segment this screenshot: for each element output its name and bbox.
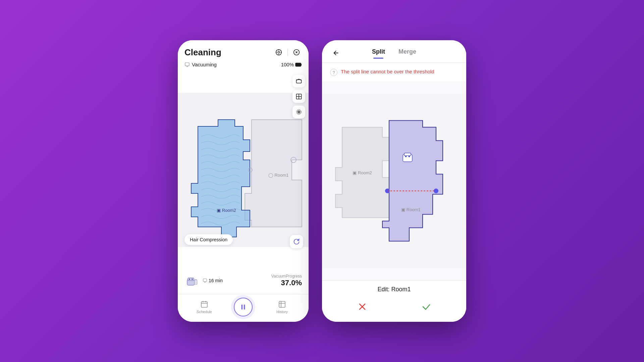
left-screen: Cleaning	[178, 40, 309, 322]
battery-percent: 100%	[281, 62, 294, 67]
confirm-button[interactable]	[418, 298, 435, 315]
sub-header: Vacuuming 100%	[178, 62, 309, 71]
svg-rect-28	[195, 280, 197, 285]
pause-button[interactable]	[234, 298, 253, 316]
hair-compression-badge: Hair Compression	[184, 234, 233, 245]
refresh-btn[interactable]	[290, 235, 303, 248]
right-map-container: ▣ Room2 ▣ Room1	[322, 81, 466, 280]
svg-point-27	[192, 279, 193, 280]
right-header: Split Merge	[322, 40, 466, 59]
tab-underline	[373, 58, 383, 59]
svg-rect-9	[185, 63, 189, 66]
svg-rect-37	[279, 301, 285, 307]
map-area: ▣ Room2 ◯ Room1	[178, 71, 309, 268]
header-divider	[287, 49, 288, 56]
map-toolbar	[292, 75, 305, 118]
robot-icon	[184, 273, 201, 289]
locate-btn[interactable]	[292, 106, 305, 118]
svg-rect-25	[188, 278, 194, 281]
svg-text:▣ Room2: ▣ Room2	[217, 208, 236, 213]
time-value: 16 min	[209, 278, 223, 283]
help-icon[interactable]: ?	[330, 69, 337, 76]
tab-split[interactable]: Split	[372, 48, 385, 58]
cancel-button[interactable]	[354, 298, 371, 315]
page-title: Cleaning	[184, 47, 221, 58]
svg-rect-29	[195, 279, 197, 280]
svg-text:▣ Room2: ▣ Room2	[353, 170, 372, 175]
battery-info: 100%	[281, 62, 302, 67]
right-phone: Split Merge ? The split line cannot be o…	[322, 40, 466, 322]
svg-point-23	[299, 112, 299, 112]
error-text: The split line cannot be over the thresh…	[341, 68, 434, 75]
vacuuming-label: Vacuuming	[184, 62, 217, 67]
svg-point-26	[189, 279, 190, 280]
stats-bar: 16 min VacuumProgress 37.0%	[178, 268, 309, 294]
left-header: Cleaning	[178, 40, 309, 62]
svg-rect-42	[404, 153, 411, 156]
stats-right: VacuumProgress 37.0%	[271, 274, 302, 287]
edit-area: Edit: Room1	[322, 280, 466, 322]
header-icons	[273, 47, 302, 58]
schedule-nav-item[interactable]: Schedule	[194, 300, 214, 314]
schedule-label: Schedule	[197, 310, 212, 314]
history-label: History	[276, 310, 288, 314]
svg-rect-30	[203, 279, 207, 282]
tab-merge-label: Merge	[398, 48, 416, 55]
progress-value: 37.0%	[271, 279, 302, 287]
right-map-svg: ▣ Room2 ▣ Room1	[322, 81, 466, 280]
progress-label: VacuumProgress	[271, 274, 302, 279]
svg-rect-36	[244, 305, 245, 310]
svg-point-44	[409, 156, 410, 157]
3d-view-btn[interactable]	[292, 75, 305, 87]
robot-icon-area: 16 min	[184, 273, 223, 289]
target-icon-btn[interactable]	[273, 47, 284, 58]
hair-compression-text: Hair Compression	[190, 237, 227, 242]
mode-text: Vacuuming	[192, 62, 217, 67]
history-nav-item[interactable]: History	[272, 300, 292, 314]
grid-view-btn[interactable]	[292, 90, 305, 103]
map-container: ▣ Room2 ◯ Room1	[178, 71, 309, 268]
bottom-nav: Schedule History	[178, 294, 309, 322]
action-buttons	[330, 298, 458, 315]
left-phone: Cleaning	[178, 40, 309, 322]
time-display: 16 min	[203, 278, 223, 283]
tab-merge[interactable]: Merge	[398, 48, 416, 58]
svg-text:◯ Room1: ◯ Room1	[268, 173, 289, 178]
close-icon-btn[interactable]	[291, 47, 302, 58]
svg-text:▣ Room1: ▣ Room1	[401, 207, 421, 212]
phones-container: Cleaning	[178, 40, 466, 322]
svg-point-1	[278, 51, 280, 53]
tab-split-label: Split	[372, 48, 385, 55]
svg-rect-35	[241, 305, 243, 310]
svg-point-43	[405, 156, 407, 157]
svg-rect-17	[297, 80, 302, 83]
svg-point-47	[434, 189, 438, 193]
right-screen: Split Merge ? The split line cannot be o…	[322, 40, 466, 322]
svg-rect-31	[201, 302, 207, 307]
svg-rect-11	[296, 63, 301, 66]
error-message-area: ? The split line cannot be over the thre…	[322, 63, 466, 81]
tab-container: Split Merge	[342, 48, 446, 58]
edit-title: Edit: Room1	[330, 286, 458, 293]
back-button[interactable]	[330, 47, 342, 59]
